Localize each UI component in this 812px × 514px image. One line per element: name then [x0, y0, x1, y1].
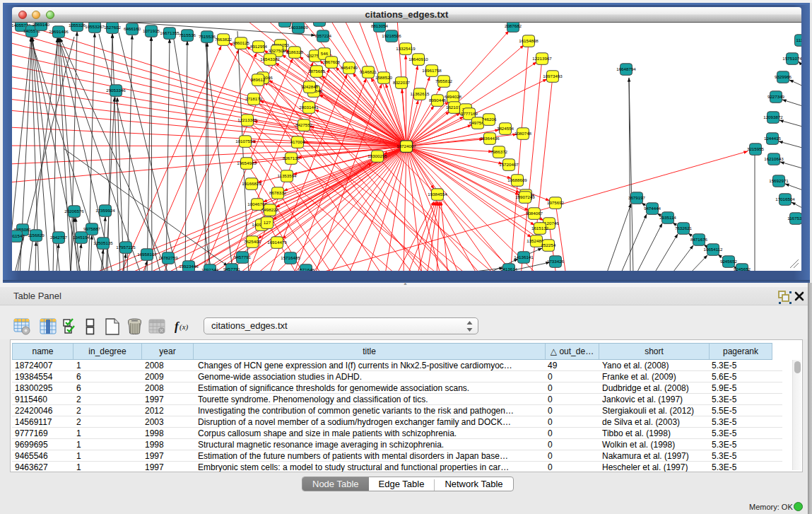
- svg-text:17359924: 17359924: [95, 208, 115, 213]
- svg-text:10553267: 10553267: [85, 24, 105, 29]
- svg-text:18724007: 18724007: [396, 144, 416, 148]
- svg-text:8186328: 8186328: [286, 49, 304, 54]
- svg-text:18907249: 18907249: [515, 194, 535, 199]
- svg-text:1080748: 1080748: [514, 131, 532, 136]
- svg-text:10923446: 10923446: [179, 264, 199, 269]
- svg-text:9084067: 9084067: [526, 211, 543, 216]
- svg-text:28031441: 28031441: [299, 105, 319, 110]
- svg-text:10107553: 10107553: [235, 139, 255, 144]
- svg-text:1527602: 1527602: [104, 25, 122, 30]
- svg-text:9242848: 9242848: [301, 84, 319, 89]
- svg-text:8471676: 8471676: [690, 237, 708, 242]
- svg-text:15751074: 15751074: [782, 56, 801, 61]
- svg-text:18300295: 18300295: [367, 153, 387, 158]
- svg-text:9245652: 9245652: [720, 259, 738, 264]
- svg-text:989612: 989612: [251, 77, 266, 82]
- svg-text:2942757: 2942757: [50, 235, 68, 240]
- svg-text:29053346: 29053346: [106, 88, 126, 93]
- svg-text:10958107: 10958107: [137, 252, 157, 257]
- svg-text:1244415: 1244415: [764, 136, 782, 141]
- svg-text:5498222: 5498222: [261, 207, 279, 212]
- svg-text:1975692: 1975692: [547, 200, 565, 205]
- svg-text:7663822: 7663822: [215, 37, 233, 42]
- svg-text:7357224: 7357224: [314, 33, 332, 38]
- svg-text:16033809: 16033809: [288, 25, 308, 30]
- svg-text:16543382: 16543382: [260, 57, 280, 62]
- svg-text:8454749: 8454749: [341, 65, 358, 70]
- svg-text:9860125: 9860125: [233, 40, 250, 45]
- svg-text:16033809: 16033809: [275, 23, 295, 23]
- svg-text:1112: 1112: [796, 37, 801, 42]
- svg-text:10688609: 10688609: [507, 177, 527, 182]
- svg-text:9227349: 9227349: [767, 94, 785, 99]
- svg-text:15716485: 15716485: [281, 255, 300, 260]
- svg-text:(x): (x): [180, 322, 189, 332]
- svg-text:8912954: 8912954: [250, 44, 268, 49]
- svg-text:16210643: 16210643: [764, 156, 784, 161]
- svg-text:3679197: 3679197: [628, 195, 646, 200]
- svg-text:7625402: 7625402: [244, 239, 261, 244]
- svg-text:9777169: 9777169: [461, 111, 478, 116]
- svg-text:7515536: 7515536: [199, 34, 216, 39]
- svg-text:9329966: 9329966: [775, 74, 792, 79]
- svg-text:12505135: 12505135: [93, 240, 113, 245]
- svg-text:3824554: 3824554: [497, 126, 514, 131]
- svg-text:6466160: 6466160: [124, 26, 141, 31]
- svg-text:10654112: 10654112: [703, 247, 723, 252]
- svg-text:16914479: 16914479: [267, 240, 287, 245]
- svg-text:19218506: 19218506: [382, 33, 401, 38]
- svg-text:10973493: 10973493: [543, 74, 563, 78]
- svg-text:417004: 417004: [290, 139, 305, 144]
- svg-text:9457791: 9457791: [234, 255, 252, 259]
- svg-text:18640910: 18640910: [408, 57, 428, 62]
- svg-text:10961758: 10961758: [422, 68, 442, 73]
- svg-text:19166829: 19166829: [242, 181, 261, 186]
- svg-text:746206: 746206: [482, 117, 497, 122]
- svg-text:20364436: 20364436: [480, 136, 500, 141]
- svg-text:11362615: 11362615: [410, 91, 430, 96]
- svg-text:8427552: 8427552: [295, 122, 313, 127]
- svg-text:8322037: 8322037: [393, 80, 411, 85]
- svg-text:2718170: 2718170: [245, 96, 263, 101]
- svg-text:1167533: 1167533: [787, 216, 801, 221]
- svg-text:19654983: 19654983: [237, 160, 257, 165]
- svg-text:15720407: 15720407: [499, 162, 519, 167]
- svg-text:6494028: 6494028: [445, 94, 462, 99]
- svg-text:14136141: 14136141: [514, 255, 534, 259]
- svg-text:16782759: 16782759: [158, 255, 178, 260]
- svg-text:7955812: 7955812: [435, 78, 453, 83]
- svg-text:8813054: 8813054: [371, 23, 389, 28]
- svg-text:1345194: 1345194: [73, 235, 90, 240]
- svg-text:546: 546: [321, 51, 329, 56]
- svg-text:9457791: 9457791: [223, 267, 241, 271]
- svg-text:1615132: 1615132: [531, 226, 549, 230]
- svg-text:1055326: 1055326: [69, 23, 86, 28]
- svg-text:20206576: 20206576: [64, 209, 84, 214]
- svg-text:20691406: 20691406: [49, 29, 69, 34]
- svg-text:2867608: 2867608: [323, 59, 341, 64]
- svg-text:15692971: 15692971: [769, 178, 789, 183]
- svg-text:12213369: 12213369: [237, 117, 257, 122]
- svg-text:13325419: 13325419: [396, 46, 416, 51]
- svg-text:16671355: 16671355: [160, 30, 180, 35]
- svg-text:2935114: 2935114: [659, 215, 676, 220]
- svg-text:2087682: 2087682: [505, 23, 522, 28]
- svg-text:16154808: 16154808: [519, 38, 539, 43]
- svg-text:9146821: 9146821: [360, 69, 377, 74]
- svg-text:252254: 252254: [541, 243, 556, 247]
- svg-text:12093872: 12093872: [763, 115, 783, 119]
- svg-text:19384554: 19384554: [428, 192, 447, 197]
- svg-text:17957225: 17957225: [116, 245, 136, 250]
- svg-text:9245652: 9245652: [734, 267, 751, 271]
- svg-text:1071915: 1071915: [143, 28, 160, 33]
- svg-text:7632621: 7632621: [675, 226, 693, 230]
- svg-text:1092344: 1092344: [201, 267, 219, 271]
- svg-text:2069140: 2069140: [33, 23, 50, 27]
- svg-text:7515536: 7515536: [179, 33, 196, 37]
- svg-text:127: 127: [264, 220, 271, 225]
- svg-text:3911547: 3911547: [12, 233, 25, 238]
- svg-text:8678332: 8678332: [269, 190, 287, 195]
- svg-text:1571648: 1571648: [298, 267, 315, 271]
- svg-text:1413614: 1413614: [500, 267, 518, 271]
- svg-text:3875685: 3875685: [308, 69, 326, 74]
